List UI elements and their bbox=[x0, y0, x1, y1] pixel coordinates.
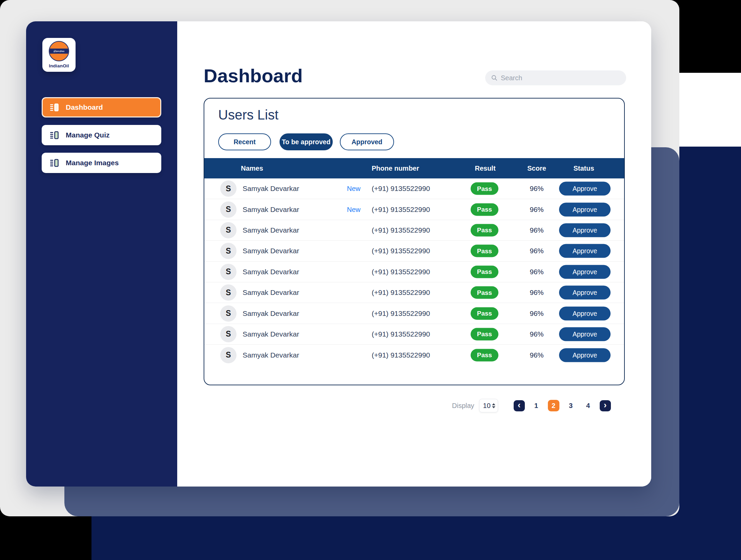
phone-number: (+91) 9135522990 bbox=[372, 226, 430, 234]
page-button[interactable]: 4 bbox=[582, 400, 594, 411]
tab-approved[interactable]: Approved bbox=[340, 133, 394, 150]
user-name: Samyak Devarkar bbox=[243, 288, 299, 297]
table-row: S Samyak Devarkar (+91) 9135522990 Pass … bbox=[204, 241, 624, 261]
phone-number: (+91) 9135522990 bbox=[372, 309, 430, 318]
approve-button[interactable]: Approve bbox=[559, 306, 611, 320]
table-row: S Samyak Devarkar (+91) 9135522990 Pass … bbox=[204, 262, 624, 282]
page-size-select[interactable]: 10 bbox=[479, 399, 498, 412]
avatar: S bbox=[220, 326, 236, 342]
sidebar-item-dashboard[interactable]: Dashboard bbox=[42, 97, 161, 117]
score-value: 96% bbox=[530, 309, 543, 318]
result-badge: Pass bbox=[471, 265, 498, 278]
score-value: 96% bbox=[530, 206, 543, 214]
next-page-button[interactable]: › bbox=[600, 400, 611, 411]
score-value: 96% bbox=[530, 185, 543, 193]
approve-button[interactable]: Approve bbox=[559, 244, 611, 258]
user-name: Samyak Devarkar bbox=[243, 185, 299, 193]
sidebar-item-label: Manage Quiz bbox=[66, 131, 110, 139]
score-value: 96% bbox=[530, 247, 543, 255]
score-value: 96% bbox=[530, 288, 543, 297]
avatar-initial: S bbox=[226, 309, 231, 318]
user-name: Samyak Devarkar bbox=[243, 309, 299, 318]
avatar: S bbox=[220, 264, 236, 280]
new-badge: New bbox=[347, 185, 361, 193]
phone-number: (+91) 9135522990 bbox=[372, 185, 430, 193]
approve-button[interactable]: Approve bbox=[559, 182, 611, 196]
approve-button[interactable]: Approve bbox=[559, 223, 611, 237]
sidebar-nav: Dashboard Manage Quiz bbox=[42, 97, 161, 180]
table-row: S Samyak Devarkar New (+91) 9135522990 P… bbox=[204, 199, 624, 220]
page-button-active[interactable]: 2 bbox=[548, 400, 559, 411]
user-name: Samyak Devarkar bbox=[243, 206, 299, 214]
app-window: इंडियनऑयल IndianOil Dashboard bbox=[26, 21, 651, 487]
avatar-initial: S bbox=[226, 288, 231, 297]
avatar: S bbox=[220, 222, 236, 238]
sidebar: इंडियनऑयल IndianOil Dashboard bbox=[26, 21, 177, 487]
page-button[interactable]: 3 bbox=[565, 400, 577, 411]
phone-number: (+91) 9135522990 bbox=[372, 268, 430, 276]
table-rows: S Samyak Devarkar New (+91) 9135522990 P… bbox=[204, 178, 624, 366]
list-panel-icon bbox=[49, 102, 59, 112]
result-badge: Pass bbox=[471, 328, 498, 340]
page-controls: ‹ 1234 › bbox=[514, 400, 611, 411]
avatar-initial: S bbox=[226, 267, 231, 276]
table-header: Names Phone number Result Score Status bbox=[204, 158, 624, 178]
search-placeholder: Search bbox=[501, 74, 522, 82]
sidebar-item-manage-images[interactable]: Manage Images bbox=[42, 153, 161, 173]
score-value: 96% bbox=[530, 226, 543, 234]
result-badge: Pass bbox=[471, 203, 498, 216]
column-header-status: Status bbox=[573, 165, 594, 172]
table-row: S Samyak Devarkar (+91) 9135522990 Pass … bbox=[204, 345, 624, 365]
score-value: 96% bbox=[530, 268, 543, 276]
approve-button[interactable]: Approve bbox=[559, 348, 611, 362]
avatar-initial: S bbox=[226, 246, 231, 256]
avatar: S bbox=[220, 243, 236, 259]
card-title: Users List bbox=[218, 107, 279, 123]
table-row: S Samyak Devarkar (+91) 9135522990 Pass … bbox=[204, 282, 624, 303]
chevron-right-icon: › bbox=[604, 401, 607, 409]
search-input[interactable]: Search bbox=[485, 70, 626, 85]
tab-to-be-approved[interactable]: To be approved bbox=[280, 133, 333, 150]
user-name: Samyak Devarkar bbox=[243, 268, 299, 276]
avatar: S bbox=[220, 201, 236, 218]
sidebar-item-label: Dashboard bbox=[66, 103, 103, 111]
avatar: S bbox=[220, 305, 236, 322]
table-row: S Samyak Devarkar New (+91) 9135522990 P… bbox=[204, 178, 624, 199]
backdrop-white-block bbox=[679, 73, 741, 148]
prev-page-button[interactable]: ‹ bbox=[514, 400, 525, 411]
user-name: Samyak Devarkar bbox=[243, 226, 299, 234]
column-header-result: Result bbox=[475, 165, 495, 172]
sidebar-item-manage-quiz[interactable]: Manage Quiz bbox=[42, 125, 161, 145]
page-button[interactable]: 1 bbox=[531, 400, 542, 411]
approve-button[interactable]: Approve bbox=[559, 202, 611, 216]
user-name: Samyak Devarkar bbox=[243, 247, 299, 255]
result-badge: Pass bbox=[471, 224, 498, 236]
indianoil-logo-icon: इंडियनऑयल bbox=[49, 41, 69, 61]
score-value: 96% bbox=[530, 351, 543, 359]
tab-recent[interactable]: Recent bbox=[218, 133, 271, 150]
table-row: S Samyak Devarkar (+91) 9135522990 Pass … bbox=[204, 324, 624, 345]
approve-button[interactable]: Approve bbox=[559, 286, 611, 300]
avatar-initial: S bbox=[226, 329, 231, 339]
page-size-value: 10 bbox=[483, 402, 491, 410]
sidebar-item-label: Manage Images bbox=[66, 159, 119, 167]
display-label: Display bbox=[452, 402, 474, 410]
approve-button[interactable]: Approve bbox=[559, 265, 611, 279]
avatar: S bbox=[220, 284, 236, 301]
phone-number: (+91) 9135522990 bbox=[372, 288, 430, 297]
brand-name: IndianOil bbox=[42, 63, 76, 68]
avatar-initial: S bbox=[226, 225, 231, 235]
table-row: S Samyak Devarkar (+91) 9135522990 Pass … bbox=[204, 220, 624, 241]
approve-button[interactable]: Approve bbox=[559, 327, 611, 341]
table-row: S Samyak Devarkar (+91) 9135522990 Pass … bbox=[204, 303, 624, 324]
result-badge: Pass bbox=[471, 245, 498, 257]
search-icon bbox=[491, 75, 497, 81]
users-list-card: Users List Recent To be approved Approve… bbox=[204, 98, 625, 385]
avatar-initial: S bbox=[226, 184, 231, 193]
page-list: 1234 bbox=[531, 400, 594, 411]
column-header-names: Names bbox=[241, 165, 263, 172]
phone-number: (+91) 9135522990 bbox=[372, 247, 430, 255]
avatar: S bbox=[220, 180, 236, 197]
user-name: Samyak Devarkar bbox=[243, 351, 299, 359]
user-name: Samyak Devarkar bbox=[243, 330, 299, 338]
